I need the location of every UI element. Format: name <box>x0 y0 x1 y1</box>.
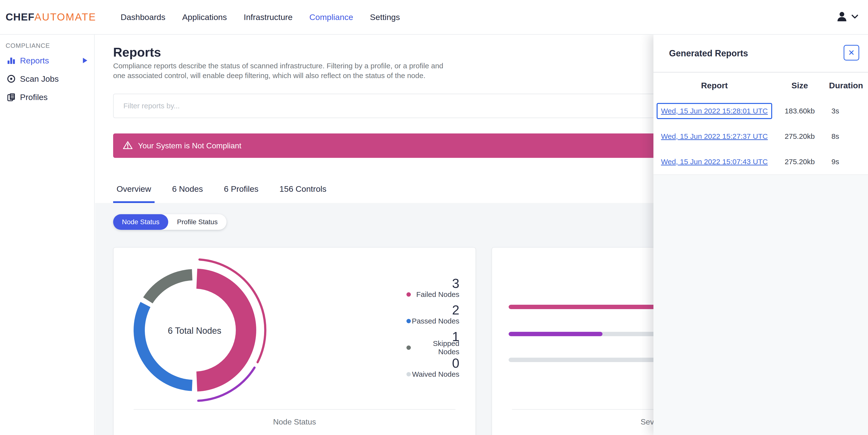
nav-item-settings[interactable]: Settings <box>370 12 400 22</box>
failed-count: 3 <box>452 277 459 290</box>
card-divider <box>134 409 456 410</box>
node-status-card: 6 Total Nodes 3 Failed Nodes 2 Passe <box>113 247 476 435</box>
chef-automate-logo[interactable]: CHEF AUTOMATE <box>6 11 96 23</box>
passed-count: 2 <box>452 303 459 317</box>
legend-item-waived: 0 Waived Nodes <box>406 356 459 378</box>
node-status-legend: 3 Failed Nodes 2 Passed Nodes <box>406 277 459 383</box>
tab-overview[interactable]: Overview <box>113 184 155 203</box>
status-toggle: Node Status Profile Status <box>113 214 226 230</box>
report-tabs: Overview 6 Nodes 6 Profiles 156 Controls <box>113 184 330 203</box>
sidebar-section-label: COMPLIANCE <box>6 42 50 50</box>
nav-item-dashboards[interactable]: Dashboards <box>121 12 165 22</box>
sidebar-item-scan-jobs[interactable]: Scan Jobs <box>0 71 95 86</box>
nav-item-compliance[interactable]: Compliance <box>309 12 353 22</box>
top-navigation: CHEF AUTOMATE Dashboards Applications In… <box>0 0 868 35</box>
table-row-report-cell: Wed, 15 Jun 2022 15:27:37 UTC <box>653 124 775 149</box>
sidebar-item-label: Profiles <box>20 92 48 102</box>
nav-item-infrastructure[interactable]: Infrastructure <box>244 12 292 22</box>
table-row-duration-cell: 3s <box>824 98 868 124</box>
skipped-dot-icon <box>406 345 411 350</box>
table-row-duration-cell: 8s <box>824 124 868 149</box>
legend-label: Waived Nodes <box>411 370 459 378</box>
focused-report-link-box: Wed, 15 Jun 2022 15:28:01 UTC <box>657 103 772 119</box>
close-icon[interactable]: ✕ <box>844 45 859 60</box>
legend-label: Failed Nodes <box>411 290 459 299</box>
page-title: Reports <box>113 45 161 60</box>
legend-item-passed: 2 Passed Nodes <box>406 303 459 325</box>
report-link[interactable]: Wed, 15 Jun 2022 15:07:43 UTC <box>661 157 768 166</box>
tab-profiles[interactable]: 6 Profiles <box>220 184 262 203</box>
legend-item-skipped: 1 Skipped Nodes <box>406 329 459 352</box>
report-link[interactable]: Wed, 15 Jun 2022 15:28:01 UTC <box>661 107 768 115</box>
logo-chef-text: CHEF <box>6 11 34 23</box>
panel-title: Generated Reports <box>669 48 748 59</box>
table-row-size-cell: 183.60kb <box>775 98 824 124</box>
user-menu[interactable] <box>836 11 858 23</box>
toggle-node-status[interactable]: Node Status <box>113 214 168 230</box>
generated-reports-panel: Generated Reports ✕ Report Size Duration… <box>653 35 868 435</box>
table-row-duration-cell: 9s <box>824 149 868 174</box>
primary-nav: Dashboards Applications Infrastructure C… <box>121 12 400 22</box>
generated-reports-table: Report Size Duration Wed, 15 Jun 2022 15… <box>653 72 868 174</box>
tab-nodes[interactable]: 6 Nodes <box>169 184 207 203</box>
page-description-line2: one associated control, will enable deep… <box>113 71 443 81</box>
waived-count: 0 <box>452 356 459 370</box>
node-status-chart-title: Node Status <box>114 417 475 427</box>
compliance-sidebar: COMPLIANCE Reports Scan Jobs Profiles <box>0 35 95 435</box>
table-row-size-cell: 275.20kb <box>775 124 824 149</box>
documents-icon <box>6 92 18 102</box>
table-row-report-cell: Wed, 15 Jun 2022 15:07:43 UTC <box>653 149 775 174</box>
table-row-size-cell: 275.20kb <box>775 149 824 174</box>
waived-dot-icon <box>406 372 411 376</box>
alert-text: Your System is Not Compliant <box>138 141 241 150</box>
panel-header: Generated Reports ✕ <box>653 35 868 72</box>
column-header-duration: Duration <box>824 72 868 98</box>
radar-icon <box>6 74 18 84</box>
page-description: Compliance reports describe the status o… <box>113 61 443 81</box>
tab-controls[interactable]: 156 Controls <box>276 184 330 203</box>
toggle-profile-status[interactable]: Profile Status <box>168 214 226 230</box>
passed-dot-icon <box>406 319 411 323</box>
legend-item-failed: 3 Failed Nodes <box>406 277 459 298</box>
chevron-right-icon <box>83 57 88 64</box>
warning-icon <box>123 141 133 150</box>
legend-label: Passed Nodes <box>411 317 459 325</box>
sidebar-item-reports[interactable]: Reports <box>0 53 95 68</box>
table-row-report-cell: Wed, 15 Jun 2022 15:28:01 UTC <box>653 98 775 124</box>
user-icon <box>836 11 847 23</box>
legend-label: Skipped Nodes <box>411 339 459 356</box>
panel-footer-area <box>653 174 868 435</box>
failed-dot-icon <box>406 292 411 297</box>
column-header-size: Size <box>775 72 824 98</box>
bar-chart-icon <box>6 56 18 65</box>
sidebar-item-profiles[interactable]: Profiles <box>0 90 95 105</box>
donut-center-label: 6 Total Nodes <box>146 326 243 336</box>
page-description-line1: Compliance reports describe the status o… <box>113 61 443 71</box>
sidebar-item-label: Scan Jobs <box>20 74 59 84</box>
nav-item-applications[interactable]: Applications <box>182 12 227 22</box>
chevron-down-icon <box>851 14 858 20</box>
column-header-report: Report <box>653 72 775 98</box>
sidebar-item-label: Reports <box>20 56 49 65</box>
report-link[interactable]: Wed, 15 Jun 2022 15:27:37 UTC <box>661 132 768 141</box>
logo-automate-text: AUTOMATE <box>34 11 96 23</box>
